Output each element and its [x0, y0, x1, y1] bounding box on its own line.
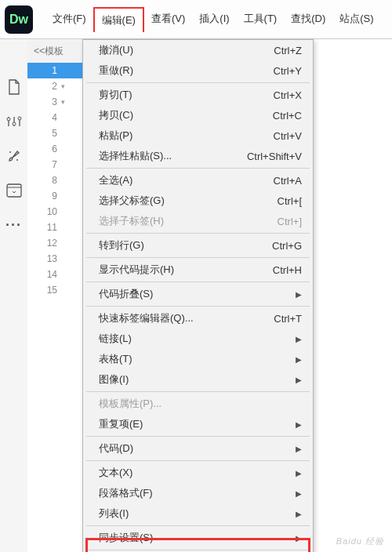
menu-entry[interactable]: 重复项(E)▶ [83, 414, 313, 434]
line-number-list: 12▾3▾456789101112131415 [27, 63, 89, 298]
more-icon[interactable]: ··· [5, 216, 23, 234]
submenu-arrow-icon: ▶ [296, 469, 302, 478]
menu-entry[interactable]: 段落格式(F)▶ [83, 483, 313, 503]
submenu-arrow-icon: ▶ [296, 355, 302, 364]
line-number: 8 [27, 175, 57, 186]
menu-entry[interactable]: 选择性粘贴(S)...Ctrl+Shift+V [83, 146, 313, 166]
menu-entry[interactable]: 图像(I)▶ [83, 369, 313, 390]
menu-item[interactable]: 文件(F) [45, 7, 93, 32]
svg-point-2 [18, 117, 21, 120]
submenu-arrow-icon: ▶ [296, 445, 302, 453]
menu-entry[interactable]: 重做(R)Ctrl+Y [83, 60, 313, 81]
fold-caret-icon[interactable]: ▾ [57, 98, 68, 106]
menu-entry-label: 重复项(E) [99, 417, 143, 431]
line-number: 12 [27, 238, 57, 249]
menu-entry[interactable]: 撤消(U)Ctrl+Z [83, 40, 313, 60]
svg-point-1 [13, 122, 16, 125]
line-row[interactable]: 15 [27, 282, 89, 298]
menu-item[interactable]: 查找(D) [284, 7, 332, 32]
line-row[interactable]: 4 [27, 110, 89, 125]
menu-entry-label: 撤消(U) [99, 43, 133, 57]
tool-column: ··· [0, 39, 27, 552]
menu-entry[interactable]: 选择父标签(G)Ctrl+[ [83, 191, 313, 211]
svg-point-4 [16, 159, 18, 161]
fold-caret-icon[interactable]: ▾ [57, 82, 68, 90]
menu-separator [86, 460, 310, 461]
menu-entry-label: 拷贝(C) [99, 108, 133, 122]
line-number: 11 [27, 222, 57, 233]
line-row[interactable]: 11 [27, 220, 89, 235]
menu-entry[interactable]: 列表(I)▶ [83, 503, 313, 524]
menu-entry[interactable]: 拷贝(C)Ctrl+C [83, 105, 313, 125]
menu-entry-label: 代码折叠(S) [99, 287, 153, 301]
line-number: 3 [27, 96, 57, 107]
menu-entry[interactable]: 快速标签编辑器(Q)...Ctrl+T [83, 308, 313, 329]
line-row[interactable]: 14 [27, 267, 89, 282]
line-row[interactable]: 10 [27, 204, 89, 220]
menu-entry[interactable]: 代码折叠(S)▶ [83, 284, 313, 304]
line-number: 1 [27, 65, 57, 76]
link-panel-icon[interactable] [5, 182, 23, 199]
side-panel-header[interactable]: <<模板 [27, 39, 89, 63]
menu-entry[interactable]: 显示代码提示(H)Ctrl+H [83, 260, 313, 280]
menu-item[interactable]: 编辑(E) [93, 7, 144, 32]
line-number: 10 [27, 206, 57, 217]
menu-separator [86, 306, 310, 307]
menu-entry-label: 全选(A) [99, 173, 132, 187]
menu-entry[interactable]: 转到行(G)Ctrl+G [83, 235, 313, 256]
menu-entry-label: 段落格式(F) [99, 486, 153, 500]
submenu-arrow-icon: ▶ [296, 335, 302, 343]
menu-shortcut: Ctrl+] [278, 216, 302, 227]
menu-separator [86, 391, 310, 392]
title-bar: Dw 文件(F)编辑(E)查看(V)插入(I)工具(T)查找(D)站点(S) [0, 0, 392, 39]
line-row[interactable]: 3▾ [27, 94, 89, 110]
line-row[interactable]: 9 [27, 188, 89, 204]
line-row[interactable]: 6 [27, 141, 89, 157]
line-row[interactable]: 1 [27, 63, 89, 78]
menu-entry[interactable]: 全选(A)Ctrl+A [83, 170, 313, 191]
menu-item[interactable]: 站点(S) [332, 7, 380, 32]
line-row[interactable]: 13 [27, 251, 89, 267]
menu-item[interactable]: 查看(V) [144, 7, 192, 32]
menu-entry-label: 选择父标签(G) [99, 194, 165, 208]
menu-entry[interactable]: 链接(L)▶ [83, 329, 313, 349]
menu-separator [86, 168, 310, 169]
menu-separator [86, 233, 310, 234]
line-number: 9 [27, 191, 57, 202]
line-number: 7 [27, 159, 57, 170]
menu-item[interactable]: 插入(I) [192, 7, 236, 32]
side-panel: <<模板 12▾3▾456789101112131415 [27, 39, 90, 552]
brush-icon[interactable] [5, 147, 23, 165]
line-number: 2 [27, 81, 57, 92]
menu-shortcut: Ctrl+X [274, 89, 302, 101]
menu-entry[interactable]: 表格(T)▶ [83, 349, 313, 369]
menu-separator [86, 281, 310, 282]
line-row[interactable]: 12 [27, 235, 89, 251]
menu-entry[interactable]: 同步设置(S)▶ [83, 528, 313, 548]
line-row[interactable]: 8 [27, 172, 89, 188]
menu-entry-label: 表格(T) [99, 352, 132, 366]
menu-item[interactable]: 工具(T) [237, 7, 285, 32]
menu-shortcut: Ctrl+G [272, 240, 302, 252]
menu-entry-label: 转到行(G) [99, 238, 144, 252]
menu-separator [86, 525, 310, 526]
menu-separator [86, 82, 310, 83]
menu-entry[interactable]: 剪切(T)Ctrl+X [83, 85, 313, 105]
line-row[interactable]: 5 [27, 125, 89, 141]
menu-separator [86, 436, 310, 437]
line-row[interactable]: 7 [27, 157, 89, 172]
edit-menu-dropdown: 撤消(U)Ctrl+Z重做(R)Ctrl+Y剪切(T)Ctrl+X拷贝(C)Ct… [82, 39, 314, 552]
menu-entry-label: 链接(L) [99, 332, 132, 346]
file-icon[interactable] [5, 78, 23, 96]
menu-entry[interactable]: 粘贴(P)Ctrl+V [83, 125, 313, 146]
line-number: 13 [27, 253, 57, 264]
menu-entry-label: 重做(R) [99, 64, 133, 78]
line-row[interactable]: 2▾ [27, 78, 89, 94]
sliders-icon[interactable] [5, 113, 23, 130]
menu-entry[interactable]: 文本(X)▶ [83, 463, 313, 483]
menu-separator [86, 550, 310, 550]
menu-entry[interactable]: 代码(D)▶ [83, 438, 313, 459]
app-icon: Dw [5, 5, 33, 34]
submenu-arrow-icon: ▶ [296, 420, 302, 429]
svg-rect-5 [7, 184, 21, 197]
